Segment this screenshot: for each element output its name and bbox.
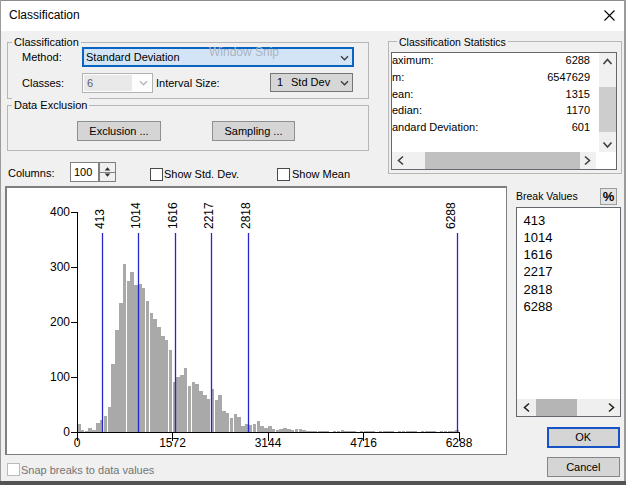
svg-text:0: 0 [74,436,81,450]
svg-text:1572: 1572 [159,436,186,450]
svg-text:2217: 2217 [202,202,216,229]
svg-text:400: 400 [50,205,70,219]
svg-text:3144: 3144 [255,436,282,450]
svg-text:0: 0 [63,425,70,439]
svg-text:413: 413 [93,209,107,229]
svg-text:4716: 4716 [350,436,377,450]
svg-text:2818: 2818 [239,202,253,229]
svg-text:1616: 1616 [166,202,180,229]
svg-text:6288: 6288 [444,202,458,229]
svg-text:6288: 6288 [446,436,473,450]
svg-text:100: 100 [50,370,70,384]
svg-text:200: 200 [50,315,70,329]
svg-text:300: 300 [50,260,70,274]
svg-text:1014: 1014 [129,202,143,229]
